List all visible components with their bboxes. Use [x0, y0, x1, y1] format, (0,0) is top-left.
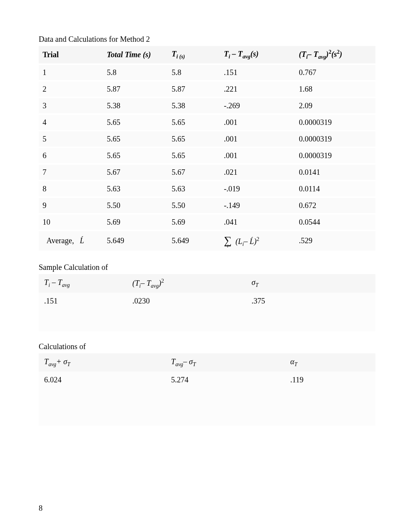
tt-cell: 5.67 — [103, 164, 168, 181]
col-sq: (Ti– Tavg)2(s2) — [295, 46, 375, 64]
col-trial: Trial — [39, 46, 103, 64]
s-h2-sup: 2 — [161, 278, 164, 284]
trial-cell: 7 — [39, 164, 103, 181]
diff-pre: T — [224, 49, 228, 58]
sq-cell: 0.0544 — [295, 214, 375, 230]
trial-cell: 9 — [39, 197, 103, 214]
table-row: 35.385.38-.2692.09 — [39, 97, 375, 114]
tt-cell: 5.87 — [103, 81, 168, 97]
sigma-icon: ∑ i — [224, 234, 231, 247]
page: Data and Calculations for Method 2 Trial… — [0, 0, 411, 532]
col-total-time: Total Time (s) — [103, 46, 168, 64]
sample-c3: .375 — [246, 293, 375, 331]
diff-cell: .221 — [220, 81, 295, 97]
table-row: 45.655.65.0010.0000319 — [39, 114, 375, 131]
tt-cell: 5.69 — [103, 214, 168, 230]
s-h2-sub2: avg — [151, 283, 159, 288]
avg-ti: 5.649 — [168, 230, 220, 251]
sq-cell: 1.68 — [295, 81, 375, 97]
sq-sub2: avg — [318, 54, 326, 60]
section-title-calc: Calculations of — [39, 342, 380, 351]
sq-cell: 0.0000319 — [295, 131, 375, 147]
tt-cell: 5.50 — [103, 197, 168, 214]
s-h1-mid: – T — [50, 278, 62, 286]
section-title-sample: Sample Calculation of — [39, 263, 380, 272]
s-h2-pre: (T — [132, 278, 139, 287]
tt-cell: 5.38 — [103, 97, 168, 114]
tt-cell: 5.8 — [103, 64, 168, 81]
sample-h1: Ti – Tavg — [39, 274, 127, 293]
sq-cell: 0.0141 — [295, 164, 375, 181]
diff-cell: .021 — [220, 164, 295, 181]
c-h1-mid: + σ — [56, 357, 67, 366]
c-h3-sub: T — [295, 361, 298, 367]
sample-row: .151 .0230 .375 — [39, 293, 375, 331]
ti-cell: 5.65 — [168, 147, 220, 164]
table-row: 15.85.8.1510.767 — [39, 64, 375, 81]
sigma-sub: i — [227, 243, 228, 249]
trial-cell: 4 — [39, 114, 103, 131]
table-row: 25.875.87.2211.68 — [39, 81, 375, 97]
diff-post: (s) — [250, 49, 259, 58]
ti-cell: 5.8 — [168, 64, 220, 81]
sq-tail-sup: 2 — [337, 49, 340, 55]
calc-h3: αT — [285, 353, 375, 372]
c-h2-sub: avg — [175, 361, 183, 367]
c-h2-sub2: T — [193, 361, 196, 367]
calc-h2: Tavg– σT — [166, 353, 285, 372]
c-h1-sub2: T — [67, 361, 70, 367]
avg-label-sym: Ĺ — [80, 236, 84, 245]
sq-mid: – T — [308, 50, 318, 58]
ti-cell: 5.65 — [168, 114, 220, 131]
sample-h3: σT — [246, 274, 375, 293]
table-row: 105.695.69.0410.0544 — [39, 214, 375, 230]
avg-sq: .529 — [295, 230, 375, 251]
trial-cell: 10 — [39, 214, 103, 230]
sum-inner-pre: (L — [235, 237, 242, 246]
trial-cell: 3 — [39, 97, 103, 114]
ti-cell: 5.69 — [168, 214, 220, 230]
table-row: 75.675.67.0210.0141 — [39, 164, 375, 181]
sample-h2: (Ti– Tavg)2 — [127, 274, 246, 293]
section-title-method2: Data and Calculations for Method 2 — [39, 35, 380, 44]
sq-cell: 0.0000319 — [295, 147, 375, 164]
c-h2-mid: – σ — [183, 357, 193, 366]
table-row: 65.655.65.0010.0000319 — [39, 147, 375, 164]
table-row: 85.635.63-.0190.0114 — [39, 181, 375, 197]
diff-sub2: avg — [243, 54, 250, 60]
c-h2-pre: T — [171, 357, 175, 366]
tt-cell: 5.65 — [103, 131, 168, 147]
sq-cell: 0.0000319 — [295, 114, 375, 131]
trial-cell: 2 — [39, 81, 103, 97]
diff-cell: -.019 — [220, 181, 295, 197]
diff-cell: .001 — [220, 147, 295, 164]
ti-cell: 5.67 — [168, 164, 220, 181]
ti-cell: 5.63 — [168, 181, 220, 197]
diff-cell: .001 — [220, 131, 295, 147]
table-row: 55.655.65.0010.0000319 — [39, 131, 375, 147]
sq-cell: 2.09 — [295, 97, 375, 114]
calc-c1: 6.024 — [39, 372, 166, 426]
ti-sub: i (s) — [176, 54, 185, 60]
calc-row: 6.024 5.274 .119 — [39, 372, 375, 426]
s-h2-post: ) — [159, 278, 161, 287]
tt-cell: 5.65 — [103, 147, 168, 164]
table-body: 15.85.8.1510.767 25.875.87.2211.68 35.38… — [39, 64, 375, 251]
tt-cell: 5.65 — [103, 114, 168, 131]
sq-cell: 0.767 — [295, 64, 375, 81]
diff-cell: -.269 — [220, 97, 295, 114]
sum-inner-mid: – Ĺ) — [244, 237, 257, 246]
diff-cell: .041 — [220, 214, 295, 230]
s-h2-mid: – T — [141, 278, 151, 287]
calc-c2: 5.274 — [166, 372, 285, 426]
c-h1-pre: T — [44, 357, 48, 366]
trial-cell: 6 — [39, 147, 103, 164]
s-h1-sub2: avg — [62, 282, 70, 288]
diff-cell: .151 — [220, 64, 295, 81]
sample-c2: .0230 — [127, 293, 246, 331]
ti-cell: 5.65 — [168, 131, 220, 147]
sq-cell: 0.0114 — [295, 181, 375, 197]
avg-tt: 5.649 — [103, 230, 168, 251]
page-number: 8 — [39, 504, 43, 513]
trial-cell: 5 — [39, 131, 103, 147]
